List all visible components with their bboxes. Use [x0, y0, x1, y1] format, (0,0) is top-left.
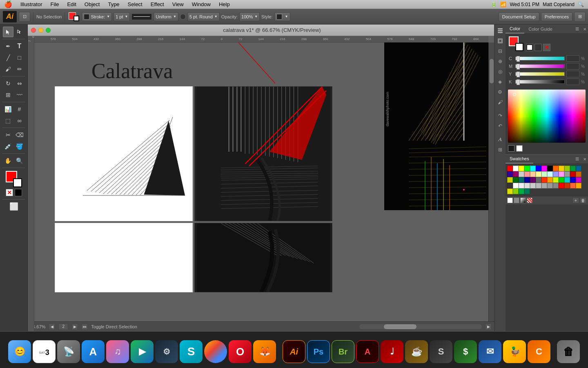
swatch-item-24[interactable]	[570, 171, 576, 177]
color-panel-menu[interactable]: ≡	[573, 25, 581, 33]
swatch-item-7[interactable]	[547, 166, 553, 171]
gradient-mode-btn[interactable]	[535, 44, 542, 51]
style-select[interactable]: ▼	[274, 12, 290, 21]
swatch-item-49[interactable]	[564, 183, 570, 188]
pencil-tool[interactable]: ✏	[14, 64, 25, 74]
eyedropper-tool[interactable]: 💉	[3, 141, 13, 152]
swatch-item-2[interactable]	[519, 166, 524, 171]
swatch-item-21[interactable]	[553, 171, 559, 177]
menu-type[interactable]: Type	[104, 1, 123, 7]
brushes-btn[interactable]: 🖌	[496, 98, 505, 107]
fg-bg-boxes[interactable]	[509, 36, 523, 51]
brush-select[interactable]: 5 pt. Round ▼	[187, 12, 220, 21]
swatch-item-52[interactable]	[507, 188, 513, 194]
dock-steam[interactable]: ⚙	[155, 337, 178, 363]
hand-tool[interactable]: ✋	[3, 155, 13, 166]
dock-opera[interactable]: O	[229, 337, 252, 363]
dock-cashcalc[interactable]: $	[454, 337, 477, 363]
swatch-item-11[interactable]	[570, 166, 576, 171]
opacity-select[interactable]: 100% ▼	[239, 12, 260, 21]
swatch-item-23[interactable]	[564, 171, 570, 177]
page-input[interactable]: 2	[58, 323, 68, 330]
transform-panel-btn[interactable]	[496, 36, 505, 45]
eraser-tool[interactable]: ⌫	[14, 130, 25, 140]
swatch-none[interactable]	[507, 197, 513, 203]
paintbrush-tool[interactable]: 🖌	[3, 64, 13, 74]
swatch-item-43[interactable]	[530, 183, 536, 188]
swatch-item-33[interactable]	[547, 177, 553, 183]
dock-acrobat[interactable]: A	[356, 337, 379, 363]
color-tab[interactable]: Color	[506, 25, 524, 34]
stroke-color-select[interactable]: Stroke: ▼	[82, 12, 112, 21]
pathfinder-btn[interactable]: ⊕	[496, 57, 505, 66]
k-slider-track[interactable]	[515, 80, 565, 84]
swatches-panel-close[interactable]: ✕	[581, 157, 588, 162]
swatch-item-27[interactable]	[513, 177, 519, 183]
misc-btn[interactable]: ⊞	[496, 145, 505, 154]
dock-photoshop[interactable]: Ps	[307, 337, 330, 363]
swatch-item-28[interactable]	[519, 177, 524, 183]
swatch-item-17[interactable]	[530, 171, 536, 177]
delete-swatch-btn[interactable]: 🗑	[580, 197, 586, 203]
reflect-tool[interactable]: ⇔	[14, 78, 25, 89]
dock-firefox[interactable]: 🦊	[253, 337, 276, 363]
swatch-item-29[interactable]	[524, 177, 530, 183]
y-slider-thumb[interactable]	[517, 72, 520, 77]
pen-tool[interactable]: ✒	[3, 41, 13, 52]
arrange-btn[interactable]: ⊞	[574, 12, 586, 22]
menu-edit[interactable]: Edit	[63, 1, 80, 7]
swatch-item-22[interactable]	[559, 171, 564, 177]
h-scrollbar-thumb[interactable]	[384, 324, 416, 329]
menu-help[interactable]: Help	[215, 1, 234, 7]
swatch-item-10[interactable]	[564, 166, 570, 171]
last-page-btn[interactable]: ⏭	[81, 323, 88, 330]
new-art-btn[interactable]: ⊡	[19, 12, 30, 22]
dock-wifi-finder[interactable]: 📡	[57, 337, 80, 363]
scroll-right-btn[interactable]: ▶	[485, 323, 492, 330]
fill-stroke-indicator[interactable]	[68, 11, 80, 22]
swatch-item-25[interactable]	[576, 171, 581, 177]
swatch-item-8[interactable]	[553, 166, 559, 171]
swatch-item-44[interactable]	[536, 183, 541, 188]
swatch-gray[interactable]	[514, 197, 519, 203]
vertical-scrollbar[interactable]	[488, 43, 494, 321]
dock-itunes[interactable]: ♫	[106, 337, 129, 363]
graph-tool[interactable]: 📊	[3, 104, 13, 114]
mesh-tool[interactable]: #	[14, 104, 25, 114]
direct-selection-tool[interactable]	[14, 27, 25, 37]
warp-tool[interactable]: 〰	[14, 90, 25, 100]
k-slider-thumb[interactable]	[517, 79, 520, 85]
stroke-weight-select[interactable]: 1 pt ▼	[114, 12, 130, 21]
next-page-btn[interactable]: ▶	[71, 323, 78, 330]
y-slider-track[interactable]	[515, 72, 565, 76]
close-button[interactable]	[31, 28, 36, 33]
stroke-box[interactable]	[13, 178, 22, 187]
swatch-item-0[interactable]	[507, 166, 513, 171]
swatch-item-14[interactable]	[513, 171, 519, 177]
color-guide-tab[interactable]: Color Guide	[524, 25, 557, 33]
new-swatch-btn[interactable]: +	[572, 197, 579, 203]
dock-camino[interactable]: C	[528, 337, 550, 363]
dock-illustrator[interactable]: Ai	[283, 337, 305, 363]
prev-page-btn[interactable]: ◀	[49, 323, 55, 330]
dock-appstore[interactable]: A	[82, 337, 105, 363]
swatch-item-50[interactable]	[570, 183, 576, 188]
symbols-btn[interactable]: ⚙	[496, 88, 505, 96]
align-panel-btn[interactable]: ⊟	[496, 47, 505, 56]
menu-effect[interactable]: Effect	[147, 1, 168, 7]
dock-cyberduck[interactable]: 🦆	[503, 337, 526, 363]
swatch-item-16[interactable]	[524, 171, 530, 177]
swatch-item-5[interactable]	[536, 166, 541, 171]
menu-object[interactable]: Object	[80, 1, 104, 7]
line-tool[interactable]: ╱	[3, 52, 13, 63]
c-slider-thumb[interactable]	[517, 56, 520, 62]
swatch-item-36[interactable]	[564, 177, 570, 183]
minimize-button[interactable]	[38, 28, 43, 33]
swatch-pattern[interactable]	[527, 197, 532, 203]
m-value[interactable]	[566, 63, 579, 70]
swatch-item-51[interactable]	[576, 183, 581, 188]
maximize-button[interactable]	[46, 28, 51, 33]
swatch-item-32[interactable]	[541, 177, 547, 183]
swatch-item-6[interactable]	[541, 166, 547, 171]
dock-suitcase[interactable]: S	[430, 337, 452, 363]
